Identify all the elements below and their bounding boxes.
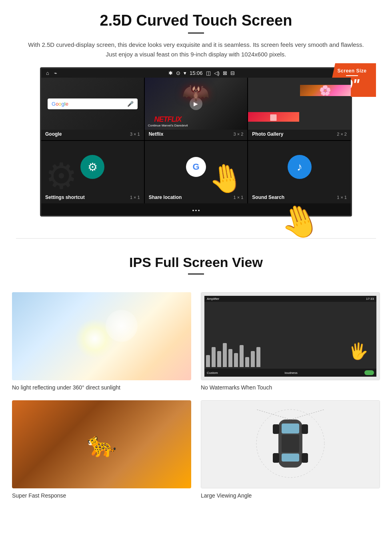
viewing-angle-caption: Large Viewing Angle: [201, 492, 380, 499]
bg-gear-icon: ⚙: [45, 155, 78, 197]
app-cell-photo-gallery[interactable]: 🌸 ▦ Photo Gallery 2 × 2: [248, 78, 351, 140]
share-app-name: Share location: [149, 195, 182, 200]
sound-app-name: Sound Search: [252, 195, 284, 200]
eq-bar-8: [245, 357, 249, 367]
sound-cell-inner: ♪: [248, 141, 351, 193]
status-center: ✱ ⊙ ▾ 15:06 ◫ ◁) ⊠ ⊟: [168, 70, 235, 76]
eq-bar-6: [234, 353, 238, 367]
svg-rect-7: [302, 453, 308, 463]
svg-rect-1: [282, 424, 299, 434]
status-time: 15:06: [190, 70, 203, 76]
netflix-overlay: NETFLIX Continue Marvel's Daredevil: [148, 115, 188, 127]
settings-icon: ⚙: [80, 155, 104, 179]
close-icon[interactable]: ⊠: [223, 70, 227, 76]
section1-divider: [188, 32, 204, 34]
section2-divider: [188, 273, 204, 275]
amplifier-inner: Amplifier 17:33 🖐: [201, 293, 380, 380]
eq-bar-7: [240, 345, 244, 367]
svg-line-8: [256, 409, 290, 420]
netflix-bg: 🦇 ▶ NETFLIX Continue Marvel's Daredevil: [145, 78, 248, 130]
car-diagram: [250, 407, 330, 481]
custom-label: Custom: [207, 371, 218, 375]
device-mockup: Screen Size 9" ⌂ ⌁ ✱ ⊙ ▾ 15:06 ◫ ◁) ⊠: [40, 67, 352, 217]
fast-response-caption: Super Fast Response: [12, 492, 191, 499]
netflix-cell-inner: 🦇 ▶ NETFLIX Continue Marvel's Daredevil: [145, 78, 248, 130]
sunlight-bg: [12, 292, 191, 380]
car-bg: [201, 400, 380, 488]
voice-search-icon[interactable]: 🎤: [127, 101, 134, 107]
eq-bar-1: [206, 355, 210, 367]
google-app-name: Google: [45, 131, 62, 137]
svg-rect-4: [273, 424, 279, 434]
settings-app-size: 1 × 1: [130, 195, 140, 200]
section-curved-screen: 2.5D Curved Touch Screen With 2.5D curve…: [0, 0, 392, 226]
app-cell-netflix[interactable]: 🦇 ▶ NETFLIX Continue Marvel's Daredevil …: [145, 78, 248, 140]
share-cell-inner: G 🤚: [145, 141, 248, 193]
status-bar: ⌂ ⌁ ✱ ⊙ ▾ 15:06 ◫ ◁) ⊠ ⊟: [41, 68, 351, 78]
feature-no-watermarks: Amplifier 17:33 🖐: [201, 292, 380, 391]
eq-bar-3: [217, 351, 221, 367]
cheetah-emoji: 🐆: [87, 430, 117, 459]
amp-header: Amplifier 17:33: [204, 296, 376, 302]
device-screen: ⌂ ⌁ ✱ ⊙ ▾ 15:06 ◫ ◁) ⊠ ⊟: [40, 67, 352, 217]
music-note-icon: ♪: [288, 155, 312, 179]
google-app-size: 3 × 1: [130, 132, 140, 136]
amp-body: 🖐: [204, 302, 376, 369]
eq-bar-2: [212, 347, 216, 367]
app-cell-settings[interactable]: ⚙ ⚙ Settings shortcut 1 × 1: [41, 141, 144, 203]
window-icon[interactable]: ⊟: [230, 70, 235, 76]
sunlight-image: [12, 292, 191, 380]
svg-rect-5: [302, 424, 308, 434]
svg-rect-2: [282, 454, 299, 462]
svg-rect-3: [282, 435, 299, 452]
maps-icon: G: [186, 157, 206, 177]
eq-hand-icon: 🖐: [348, 342, 368, 361]
loudness-label: loudness: [285, 371, 298, 375]
google-search-bar[interactable]: Google 🎤: [48, 98, 138, 109]
netflix-logo: NETFLIX: [148, 115, 188, 124]
app-cell-sound-search[interactable]: ♪ Sound Search 1 × 1: [248, 141, 351, 203]
badge-label: Screen Size: [335, 68, 369, 74]
photo-thumb-3: ▦: [248, 112, 299, 122]
loudness-toggle[interactable]: [364, 370, 374, 375]
feature-fast-response: 🐆 Super Fast Response: [12, 400, 191, 499]
google-cell-inner: Google 🎤: [41, 78, 144, 130]
usb-icon: ⌁: [54, 70, 57, 76]
cheetah-image: 🐆: [12, 400, 191, 488]
badge-bar: [346, 75, 358, 76]
netflix-subtitle: Continue Marvel's Daredevil: [148, 124, 188, 127]
car-image: [201, 400, 380, 488]
section-divider: [16, 238, 376, 239]
sound-app-size: 1 × 1: [337, 195, 347, 200]
photo-thumb-2: 🌸: [300, 85, 351, 96]
photo-cell-inner: 🌸 ▦: [248, 78, 351, 130]
amplifier-image: Amplifier 17:33 🖐: [201, 292, 380, 380]
amp-title: Amplifier: [207, 297, 219, 301]
feature-grid: No light reflecting under 360° direct su…: [0, 292, 392, 511]
app-grid: Google 🎤 Google 3 × 1 🦇: [41, 78, 351, 203]
photo-app-name: Photo Gallery: [252, 131, 283, 137]
home-icon[interactable]: ⌂: [46, 70, 49, 76]
eq-bar-5: [228, 349, 232, 367]
amplifier-bg: Amplifier 17:33 🖐: [201, 292, 380, 380]
camera-icon: ◫: [206, 70, 211, 76]
eq-bar-10: [256, 347, 260, 367]
share-label-row: Share location 1 × 1: [145, 193, 248, 203]
photo-label-row: Photo Gallery 2 × 2: [248, 130, 351, 140]
sunlight-caption: No light reflecting under 360° direct su…: [12, 384, 191, 391]
svg-rect-6: [273, 453, 279, 463]
location-icon: ⊙: [176, 70, 180, 76]
watermarks-caption: No Watermarks When Touch: [201, 384, 380, 391]
car-top-svg: [250, 407, 330, 480]
app-cell-google[interactable]: Google 🎤 Google 3 × 1: [41, 78, 144, 140]
netflix-app-name: Netflix: [149, 131, 164, 137]
section2-title: IPS Full Screen View: [24, 255, 368, 270]
amp-time: 17:33: [366, 297, 374, 301]
hand-icon: 🤚: [206, 159, 246, 193]
feature-viewing-angle: Large Viewing Angle: [201, 400, 380, 499]
eq-bar-9: [251, 351, 255, 367]
google-logo: Google: [52, 101, 68, 107]
section-ips-screen: IPS Full Screen View: [0, 251, 392, 292]
bluetooth-icon: ✱: [168, 70, 173, 76]
app-cell-share-location[interactable]: G 🤚 Share location 1 × 1: [145, 141, 248, 203]
